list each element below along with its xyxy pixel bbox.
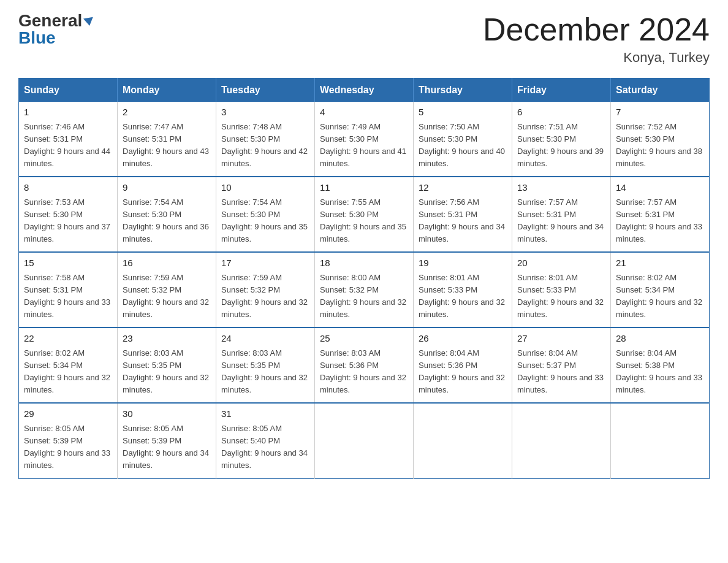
- calendar-cell: 9 Sunrise: 7:54 AMSunset: 5:30 PMDayligh…: [118, 177, 216, 252]
- calendar-cell: 23 Sunrise: 8:03 AMSunset: 5:35 PMDaylig…: [118, 327, 216, 403]
- day-info: Sunrise: 7:57 AMSunset: 5:31 PMDaylight:…: [616, 196, 704, 246]
- calendar-cell: 1 Sunrise: 7:46 AMSunset: 5:31 PMDayligh…: [19, 102, 118, 177]
- day-number: 23: [123, 332, 211, 346]
- day-number: 20: [517, 256, 605, 270]
- day-number: 21: [616, 256, 704, 270]
- day-number: 25: [320, 332, 408, 346]
- calendar-cell: 10 Sunrise: 7:54 AMSunset: 5:30 PMDaylig…: [216, 177, 315, 252]
- calendar-cell: 28 Sunrise: 8:04 AMSunset: 5:38 PMDaylig…: [611, 327, 710, 403]
- calendar-cell: 24 Sunrise: 8:03 AMSunset: 5:35 PMDaylig…: [216, 327, 315, 403]
- day-info: Sunrise: 7:59 AMSunset: 5:32 PMDaylight:…: [221, 272, 309, 321]
- day-number: 5: [419, 105, 507, 120]
- logo-general-text: General: [18, 12, 94, 29]
- calendar-week-3: 15 Sunrise: 7:58 AMSunset: 5:31 PMDaylig…: [19, 252, 710, 327]
- calendar-cell: [315, 403, 414, 478]
- day-info: Sunrise: 7:48 AMSunset: 5:30 PMDaylight:…: [221, 121, 309, 170]
- calendar-cell: 18 Sunrise: 8:00 AMSunset: 5:32 PMDaylig…: [315, 252, 414, 327]
- day-number: 15: [24, 256, 112, 270]
- calendar-cell: 19 Sunrise: 8:01 AMSunset: 5:33 PMDaylig…: [414, 252, 512, 327]
- day-info: Sunrise: 7:55 AMSunset: 5:30 PMDaylight:…: [320, 196, 408, 246]
- calendar-cell: 26 Sunrise: 8:04 AMSunset: 5:36 PMDaylig…: [414, 327, 512, 403]
- page-header: General Blue December 2024 Konya, Turkey: [18, 12, 710, 66]
- day-info: Sunrise: 8:05 AMSunset: 5:39 PMDaylight:…: [24, 423, 112, 472]
- calendar-cell: 5 Sunrise: 7:50 AMSunset: 5:30 PMDayligh…: [414, 102, 512, 177]
- calendar-cell: 2 Sunrise: 7:47 AMSunset: 5:31 PMDayligh…: [118, 102, 216, 177]
- calendar-header: Sunday Monday Tuesday Wednesday Thursday…: [19, 79, 710, 102]
- day-number: 11: [320, 181, 408, 195]
- day-info: Sunrise: 8:01 AMSunset: 5:33 PMDaylight:…: [419, 272, 507, 321]
- day-number: 29: [24, 407, 112, 421]
- logo: General Blue: [18, 12, 94, 47]
- calendar-cell: 15 Sunrise: 7:58 AMSunset: 5:31 PMDaylig…: [19, 252, 118, 327]
- day-number: 26: [419, 332, 507, 346]
- day-info: Sunrise: 8:03 AMSunset: 5:35 PMDaylight:…: [221, 347, 309, 397]
- day-info: Sunrise: 8:04 AMSunset: 5:38 PMDaylight:…: [616, 347, 704, 397]
- calendar-cell: 17 Sunrise: 7:59 AMSunset: 5:32 PMDaylig…: [216, 252, 315, 327]
- day-info: Sunrise: 7:49 AMSunset: 5:30 PMDaylight:…: [320, 121, 408, 170]
- day-number: 7: [616, 105, 704, 120]
- day-info: Sunrise: 7:50 AMSunset: 5:30 PMDaylight:…: [419, 121, 507, 170]
- calendar-table: Sunday Monday Tuesday Wednesday Thursday…: [18, 78, 710, 478]
- day-info: Sunrise: 8:04 AMSunset: 5:37 PMDaylight:…: [517, 347, 605, 397]
- col-wednesday: Wednesday: [315, 79, 414, 102]
- day-info: Sunrise: 8:03 AMSunset: 5:36 PMDaylight:…: [320, 347, 408, 397]
- calendar-cell: 30 Sunrise: 8:05 AMSunset: 5:39 PMDaylig…: [118, 403, 216, 478]
- day-info: Sunrise: 7:47 AMSunset: 5:31 PMDaylight:…: [123, 121, 211, 170]
- calendar-body: 1 Sunrise: 7:46 AMSunset: 5:31 PMDayligh…: [19, 102, 710, 478]
- day-number: 22: [24, 332, 112, 346]
- day-info: Sunrise: 7:52 AMSunset: 5:30 PMDaylight:…: [616, 121, 704, 170]
- day-info: Sunrise: 8:05 AMSunset: 5:39 PMDaylight:…: [123, 423, 211, 472]
- main-title: December 2024: [483, 12, 710, 47]
- day-number: 1: [24, 105, 112, 120]
- day-number: 17: [221, 256, 309, 270]
- calendar-cell: 6 Sunrise: 7:51 AMSunset: 5:30 PMDayligh…: [512, 102, 611, 177]
- day-number: 28: [616, 332, 704, 346]
- day-info: Sunrise: 7:46 AMSunset: 5:31 PMDaylight:…: [24, 121, 112, 170]
- day-number: 2: [123, 105, 211, 120]
- day-number: 14: [616, 181, 704, 195]
- logo-blue-text: Blue: [18, 29, 56, 47]
- day-number: 18: [320, 256, 408, 270]
- header-row: Sunday Monday Tuesday Wednesday Thursday…: [19, 79, 710, 102]
- day-number: 9: [123, 181, 211, 195]
- calendar-week-4: 22 Sunrise: 8:02 AMSunset: 5:34 PMDaylig…: [19, 327, 710, 403]
- calendar-cell: [611, 403, 710, 478]
- day-info: Sunrise: 8:03 AMSunset: 5:35 PMDaylight:…: [123, 347, 211, 397]
- day-number: 10: [221, 181, 309, 195]
- calendar-week-5: 29 Sunrise: 8:05 AMSunset: 5:39 PMDaylig…: [19, 403, 710, 478]
- day-info: Sunrise: 7:51 AMSunset: 5:30 PMDaylight:…: [517, 121, 605, 170]
- calendar-cell: 25 Sunrise: 8:03 AMSunset: 5:36 PMDaylig…: [315, 327, 414, 403]
- calendar-cell: 14 Sunrise: 7:57 AMSunset: 5:31 PMDaylig…: [611, 177, 710, 252]
- day-number: 16: [123, 256, 211, 270]
- day-info: Sunrise: 7:57 AMSunset: 5:31 PMDaylight:…: [517, 196, 605, 246]
- day-number: 8: [24, 181, 112, 195]
- calendar-cell: 11 Sunrise: 7:55 AMSunset: 5:30 PMDaylig…: [315, 177, 414, 252]
- day-info: Sunrise: 8:04 AMSunset: 5:36 PMDaylight:…: [419, 347, 507, 397]
- title-block: December 2024 Konya, Turkey: [483, 12, 710, 66]
- calendar-cell: [512, 403, 611, 478]
- col-tuesday: Tuesday: [216, 79, 315, 102]
- calendar-cell: 13 Sunrise: 7:57 AMSunset: 5:31 PMDaylig…: [512, 177, 611, 252]
- day-info: Sunrise: 8:05 AMSunset: 5:40 PMDaylight:…: [221, 423, 309, 472]
- day-number: 13: [517, 181, 605, 195]
- day-info: Sunrise: 7:54 AMSunset: 5:30 PMDaylight:…: [123, 196, 211, 246]
- day-info: Sunrise: 7:56 AMSunset: 5:31 PMDaylight:…: [419, 196, 507, 246]
- calendar-cell: 22 Sunrise: 8:02 AMSunset: 5:34 PMDaylig…: [19, 327, 118, 403]
- calendar-cell: 4 Sunrise: 7:49 AMSunset: 5:30 PMDayligh…: [315, 102, 414, 177]
- calendar-cell: 27 Sunrise: 8:04 AMSunset: 5:37 PMDaylig…: [512, 327, 611, 403]
- calendar-cell: [414, 403, 512, 478]
- day-number: 4: [320, 105, 408, 120]
- day-info: Sunrise: 8:01 AMSunset: 5:33 PMDaylight:…: [517, 272, 605, 321]
- calendar-cell: 7 Sunrise: 7:52 AMSunset: 5:30 PMDayligh…: [611, 102, 710, 177]
- day-number: 19: [419, 256, 507, 270]
- calendar-cell: 16 Sunrise: 7:59 AMSunset: 5:32 PMDaylig…: [118, 252, 216, 327]
- calendar-cell: 8 Sunrise: 7:53 AMSunset: 5:30 PMDayligh…: [19, 177, 118, 252]
- col-friday: Friday: [512, 79, 611, 102]
- calendar-cell: 21 Sunrise: 8:02 AMSunset: 5:34 PMDaylig…: [611, 252, 710, 327]
- col-saturday: Saturday: [611, 79, 710, 102]
- day-info: Sunrise: 7:53 AMSunset: 5:30 PMDaylight:…: [24, 196, 112, 246]
- day-info: Sunrise: 8:02 AMSunset: 5:34 PMDaylight:…: [616, 272, 704, 321]
- calendar-cell: 29 Sunrise: 8:05 AMSunset: 5:39 PMDaylig…: [19, 403, 118, 478]
- day-info: Sunrise: 7:54 AMSunset: 5:30 PMDaylight:…: [221, 196, 309, 246]
- calendar-cell: 3 Sunrise: 7:48 AMSunset: 5:30 PMDayligh…: [216, 102, 315, 177]
